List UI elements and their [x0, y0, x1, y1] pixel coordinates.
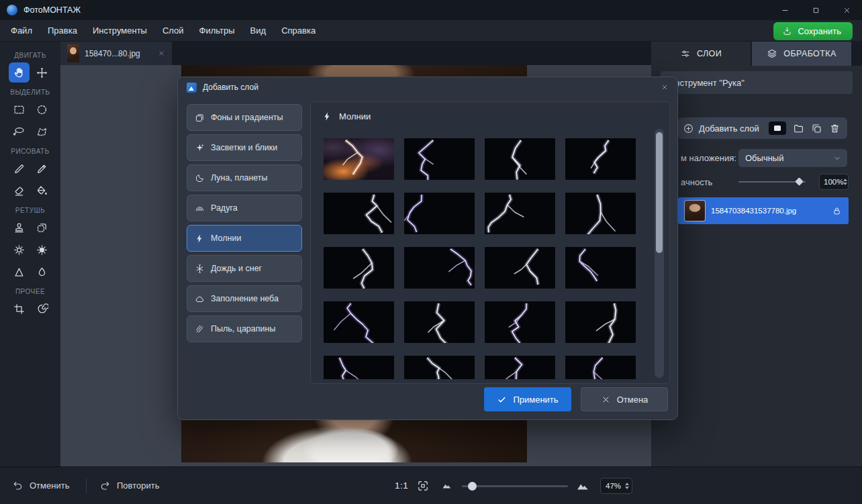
zoom-1to1-button[interactable]: 1:1	[395, 467, 408, 504]
preset-lightning-9[interactable]	[324, 247, 394, 289]
opacity-slider-thumb[interactable]	[795, 177, 804, 186]
preset-lightning-10[interactable]	[404, 247, 475, 289]
preset-lightning-6[interactable]	[404, 193, 475, 234]
zoom-in-button[interactable]	[576, 467, 589, 504]
menu-item-4[interactable]: Слой	[162, 26, 184, 36]
delete-layer-icon[interactable]	[829, 123, 841, 134]
preset-lightning-14[interactable]	[404, 301, 475, 343]
zoom-spinner[interactable]	[625, 483, 632, 490]
move-tool[interactable]	[32, 62, 52, 83]
save-button[interactable]: Сохранить	[773, 22, 853, 40]
dialog-close-icon[interactable]	[661, 83, 669, 91]
stamp-tool[interactable]	[9, 217, 30, 238]
layers-icon	[767, 48, 777, 59]
menu-item-6[interactable]: Вид	[250, 26, 267, 36]
category-lightning[interactable]: Молнии	[187, 225, 302, 252]
liquify-tool[interactable]	[32, 299, 52, 319]
blend-mode-select[interactable]: Обычный	[738, 149, 847, 167]
blur-tool[interactable]	[32, 262, 52, 282]
maximize-button[interactable]	[800, 0, 831, 20]
crop-tool[interactable]	[9, 299, 30, 319]
category-moon[interactable]: Луна, планеты	[187, 164, 302, 191]
blank-layer-button[interactable]	[769, 121, 786, 135]
preset-lightning-2[interactable]	[404, 138, 475, 180]
preset-lightning-3[interactable]	[485, 138, 555, 180]
right-panel-tabs: СЛОИ ОБРАБОТКА	[651, 42, 862, 66]
burn-tool[interactable]	[32, 240, 52, 260]
document-tab[interactable]: 158470...80.jpg	[60, 42, 172, 65]
preset-lightning-5[interactable]	[324, 193, 394, 234]
category-rain-snow[interactable]: Дождь и снег	[187, 255, 302, 282]
preset-storm-sky[interactable]	[324, 138, 394, 180]
apply-button[interactable]: Применить	[484, 387, 571, 411]
preset-lightning-17[interactable]	[324, 356, 394, 379]
duplicate-layer-icon[interactable]	[811, 123, 822, 134]
menu-item-3[interactable]: Инструменты	[93, 26, 147, 36]
preset-lightning-19[interactable]	[485, 356, 555, 379]
scrollbar[interactable]	[655, 129, 664, 378]
minimize-button[interactable]	[769, 0, 800, 20]
category-dust-scratches[interactable]: Пыль, царапины	[187, 315, 302, 342]
opacity-slider[interactable]	[738, 173, 806, 191]
preset-grid	[324, 138, 636, 379]
preset-lightning-7[interactable]	[485, 193, 555, 234]
toolbar-section-label: РИСОВАТЬ	[0, 148, 60, 155]
menu-item-5[interactable]: Фильтры	[199, 26, 235, 36]
toolbar-group	[0, 299, 60, 319]
menu-item-7[interactable]: Справка	[281, 26, 316, 36]
lock-icon[interactable]	[832, 206, 842, 216]
tab-close-icon[interactable]	[158, 50, 165, 57]
sharpen-tool[interactable]	[9, 262, 30, 282]
ellipse-select-tool[interactable]	[32, 99, 52, 119]
tab-processing[interactable]: ОБРАБОТКА	[752, 42, 851, 66]
opacity-value-input[interactable]: 100%	[819, 174, 849, 190]
preset-lightning-16[interactable]	[565, 301, 636, 343]
cancel-button[interactable]: Отмена	[581, 387, 668, 411]
polygon-select-tool[interactable]	[32, 121, 52, 142]
layer-item[interactable]: 15847038431537780.jpg	[678, 197, 849, 224]
preset-lightning-15[interactable]	[485, 301, 555, 343]
burn-icon	[36, 244, 48, 256]
eraser-tool[interactable]	[9, 181, 30, 201]
scrollbar-thumb[interactable]	[656, 132, 663, 253]
open-file-icon[interactable]	[793, 123, 804, 134]
pencil-icon	[36, 162, 48, 175]
zoom-slider[interactable]	[462, 467, 568, 504]
menu-item-1[interactable]: Файл	[11, 26, 32, 36]
lasso-tool[interactable]	[9, 121, 30, 142]
undo-button[interactable]: Отменить	[12, 467, 69, 504]
category-rainbow[interactable]: Радуга	[187, 195, 302, 221]
category-backgrounds[interactable]: Фоны и градиенты	[187, 104, 302, 131]
preset-lightning-12[interactable]	[565, 247, 636, 289]
preset-lightning-8[interactable]	[565, 193, 636, 234]
opacity-spinner[interactable]	[843, 179, 850, 186]
brush-tool[interactable]	[9, 158, 30, 179]
preset-lightning-4[interactable]	[565, 138, 636, 180]
pencil-tool[interactable]	[32, 158, 52, 179]
patch-tool[interactable]	[32, 217, 52, 238]
preset-lightning-11[interactable]	[485, 247, 555, 289]
menu-item-2[interactable]: Правка	[48, 26, 77, 36]
layer-name: 15847038431537780.jpg	[711, 207, 826, 215]
rect-select-tool[interactable]	[9, 99, 30, 119]
redo-button[interactable]: Повторить	[99, 467, 159, 504]
tab-layers[interactable]: СЛОИ	[651, 42, 751, 66]
preset-lightning-18[interactable]	[404, 356, 475, 379]
sparkle-icon	[195, 143, 205, 153]
hand-tool[interactable]	[9, 62, 30, 83]
dodge-tool[interactable]	[9, 240, 30, 260]
fill-tool[interactable]	[32, 181, 52, 201]
category-flares[interactable]: Засветки и блики	[187, 134, 302, 161]
preset-lightning-20[interactable]	[565, 356, 636, 379]
category-sky-fill[interactable]: Заполнение неба	[187, 285, 302, 312]
plus-circle-icon[interactable]	[683, 123, 694, 134]
move-icon	[36, 66, 48, 79]
zoom-value-input[interactable]: 47%	[600, 478, 632, 494]
preset-lightning-13[interactable]	[324, 301, 394, 343]
add-layer-label[interactable]: Добавить слой	[699, 123, 759, 134]
category-label: Луна, планеты	[211, 173, 268, 183]
zoom-out-button[interactable]	[442, 467, 452, 504]
fit-screen-button[interactable]	[416, 467, 430, 504]
zoom-slider-thumb[interactable]	[468, 482, 477, 491]
close-button[interactable]	[831, 0, 862, 20]
